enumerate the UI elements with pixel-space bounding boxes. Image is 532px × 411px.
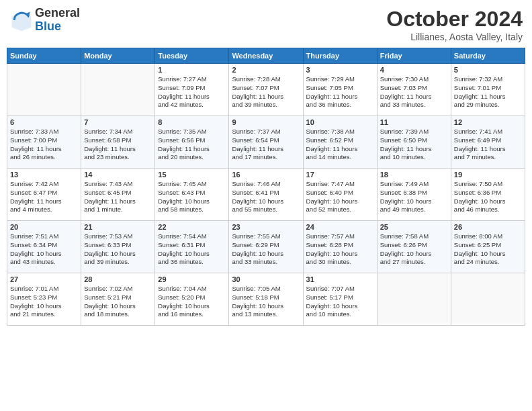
day-detail: Sunrise: 7:50 AM Sunset: 6:36 PM Dayligh… bbox=[454, 180, 522, 214]
day-number: 5 bbox=[454, 66, 522, 74]
calendar-day-cell: 11Sunrise: 7:39 AM Sunset: 6:50 PM Dayli… bbox=[377, 116, 451, 169]
day-detail: Sunrise: 7:29 AM Sunset: 7:05 PM Dayligh… bbox=[306, 75, 374, 109]
day-number: 23 bbox=[232, 223, 300, 231]
calendar-day-cell: 5Sunrise: 7:32 AM Sunset: 7:01 PM Daylig… bbox=[451, 64, 525, 116]
day-detail: Sunrise: 7:57 AM Sunset: 6:28 PM Dayligh… bbox=[306, 232, 374, 267]
day-number: 11 bbox=[380, 118, 448, 126]
calendar-week-row: 1Sunrise: 7:27 AM Sunset: 7:09 PM Daylig… bbox=[7, 64, 525, 116]
calendar-day-cell: 30Sunrise: 7:05 AM Sunset: 5:18 PM Dayli… bbox=[229, 273, 303, 326]
calendar-day-cell bbox=[81, 64, 155, 116]
calendar-day-cell: 14Sunrise: 7:43 AM Sunset: 6:45 PM Dayli… bbox=[81, 169, 155, 221]
day-number: 17 bbox=[306, 171, 374, 179]
day-detail: Sunrise: 7:34 AM Sunset: 6:58 PM Dayligh… bbox=[84, 128, 152, 162]
calendar-day-cell: 12Sunrise: 7:41 AM Sunset: 6:49 PM Dayli… bbox=[451, 116, 525, 169]
calendar-day-cell: 24Sunrise: 7:57 AM Sunset: 6:28 PM Dayli… bbox=[303, 221, 377, 273]
calendar-day-cell: 3Sunrise: 7:29 AM Sunset: 7:05 PM Daylig… bbox=[303, 64, 377, 116]
calendar-day-cell bbox=[451, 273, 525, 326]
calendar-day-cell: 29Sunrise: 7:04 AM Sunset: 5:20 PM Dayli… bbox=[155, 273, 229, 326]
day-detail: Sunrise: 7:58 AM Sunset: 6:26 PM Dayligh… bbox=[380, 232, 448, 267]
day-detail: Sunrise: 7:02 AM Sunset: 5:21 PM Dayligh… bbox=[84, 285, 152, 319]
day-detail: Sunrise: 7:55 AM Sunset: 6:29 PM Dayligh… bbox=[232, 232, 300, 267]
day-number: 10 bbox=[306, 118, 374, 126]
day-number: 21 bbox=[84, 223, 152, 231]
day-detail: Sunrise: 7:45 AM Sunset: 6:43 PM Dayligh… bbox=[158, 180, 226, 214]
calendar-day-cell: 20Sunrise: 7:51 AM Sunset: 6:34 PM Dayli… bbox=[7, 221, 81, 273]
day-number: 24 bbox=[306, 223, 374, 231]
calendar-day-cell: 8Sunrise: 7:35 AM Sunset: 6:56 PM Daylig… bbox=[155, 116, 229, 169]
calendar-day-cell bbox=[377, 273, 451, 326]
month-title: October 2024 bbox=[386, 7, 523, 32]
title-block: October 2024 Lillianes, Aosta Valley, It… bbox=[386, 7, 523, 42]
day-number: 6 bbox=[10, 118, 78, 126]
day-detail: Sunrise: 7:37 AM Sunset: 6:54 PM Dayligh… bbox=[232, 128, 300, 162]
day-detail: Sunrise: 7:33 AM Sunset: 7:00 PM Dayligh… bbox=[10, 128, 78, 162]
day-detail: Sunrise: 7:54 AM Sunset: 6:31 PM Dayligh… bbox=[158, 232, 226, 267]
day-number: 3 bbox=[306, 66, 374, 74]
logo-line2: Blue bbox=[35, 20, 80, 34]
calendar-day-cell: 28Sunrise: 7:02 AM Sunset: 5:21 PM Dayli… bbox=[81, 273, 155, 326]
calendar-week-row: 6Sunrise: 7:33 AM Sunset: 7:00 PM Daylig… bbox=[7, 116, 525, 169]
day-detail: Sunrise: 7:28 AM Sunset: 7:07 PM Dayligh… bbox=[232, 75, 300, 109]
day-detail: Sunrise: 7:27 AM Sunset: 7:09 PM Dayligh… bbox=[158, 75, 226, 109]
calendar-day-cell: 27Sunrise: 7:01 AM Sunset: 5:23 PM Dayli… bbox=[7, 273, 81, 326]
day-detail: Sunrise: 7:35 AM Sunset: 6:56 PM Dayligh… bbox=[158, 128, 226, 162]
day-number: 1 bbox=[158, 66, 226, 74]
logo: General Blue bbox=[9, 7, 80, 34]
day-detail: Sunrise: 7:30 AM Sunset: 7:03 PM Dayligh… bbox=[380, 75, 448, 109]
day-number: 12 bbox=[454, 118, 522, 126]
weekday-header-cell: Thursday bbox=[303, 48, 377, 64]
calendar-day-cell: 31Sunrise: 7:07 AM Sunset: 5:17 PM Dayli… bbox=[303, 273, 377, 326]
day-detail: Sunrise: 7:53 AM Sunset: 6:33 PM Dayligh… bbox=[84, 232, 152, 267]
calendar-day-cell: 23Sunrise: 7:55 AM Sunset: 6:29 PM Dayli… bbox=[229, 221, 303, 273]
day-detail: Sunrise: 7:51 AM Sunset: 6:34 PM Dayligh… bbox=[10, 232, 78, 267]
day-number: 2 bbox=[232, 66, 300, 74]
day-number: 19 bbox=[454, 171, 522, 179]
logo-icon bbox=[9, 8, 34, 32]
calendar-week-row: 13Sunrise: 7:42 AM Sunset: 6:47 PM Dayli… bbox=[7, 169, 525, 221]
calendar-day-cell: 2Sunrise: 7:28 AM Sunset: 7:07 PM Daylig… bbox=[229, 64, 303, 116]
day-number: 27 bbox=[10, 275, 78, 283]
calendar-week-row: 27Sunrise: 7:01 AM Sunset: 5:23 PM Dayli… bbox=[7, 273, 525, 326]
calendar-day-cell: 25Sunrise: 7:58 AM Sunset: 6:26 PM Dayli… bbox=[377, 221, 451, 273]
day-number: 22 bbox=[158, 223, 226, 231]
weekday-header-cell: Monday bbox=[81, 48, 155, 64]
calendar-day-cell bbox=[7, 64, 81, 116]
calendar-day-cell: 18Sunrise: 7:49 AM Sunset: 6:38 PM Dayli… bbox=[377, 169, 451, 221]
calendar-week-row: 20Sunrise: 7:51 AM Sunset: 6:34 PM Dayli… bbox=[7, 221, 525, 273]
weekday-header-row: SundayMondayTuesdayWednesdayThursdayFrid… bbox=[7, 48, 525, 64]
weekday-header-cell: Saturday bbox=[451, 48, 525, 64]
day-number: 31 bbox=[306, 275, 374, 283]
day-detail: Sunrise: 7:07 AM Sunset: 5:17 PM Dayligh… bbox=[306, 285, 374, 319]
day-number: 20 bbox=[10, 223, 78, 231]
day-number: 28 bbox=[84, 275, 152, 283]
calendar-table: SundayMondayTuesdayWednesdayThursdayFrid… bbox=[7, 48, 525, 326]
day-number: 4 bbox=[380, 66, 448, 74]
calendar-day-cell: 6Sunrise: 7:33 AM Sunset: 7:00 PM Daylig… bbox=[7, 116, 81, 169]
day-number: 15 bbox=[158, 171, 226, 179]
calendar-day-cell: 1Sunrise: 7:27 AM Sunset: 7:09 PM Daylig… bbox=[155, 64, 229, 116]
day-detail: Sunrise: 7:42 AM Sunset: 6:47 PM Dayligh… bbox=[10, 180, 78, 214]
day-detail: Sunrise: 7:05 AM Sunset: 5:18 PM Dayligh… bbox=[232, 285, 300, 319]
day-number: 8 bbox=[158, 118, 226, 126]
calendar-day-cell: 19Sunrise: 7:50 AM Sunset: 6:36 PM Dayli… bbox=[451, 169, 525, 221]
day-detail: Sunrise: 7:01 AM Sunset: 5:23 PM Dayligh… bbox=[10, 285, 78, 319]
weekday-header-cell: Sunday bbox=[7, 48, 81, 64]
day-detail: Sunrise: 7:43 AM Sunset: 6:45 PM Dayligh… bbox=[84, 180, 152, 214]
day-detail: Sunrise: 7:39 AM Sunset: 6:50 PM Dayligh… bbox=[380, 128, 448, 162]
day-detail: Sunrise: 7:49 AM Sunset: 6:38 PM Dayligh… bbox=[380, 180, 448, 214]
calendar-day-cell: 9Sunrise: 7:37 AM Sunset: 6:54 PM Daylig… bbox=[229, 116, 303, 169]
day-detail: Sunrise: 7:32 AM Sunset: 7:01 PM Dayligh… bbox=[454, 75, 522, 109]
weekday-header-cell: Wednesday bbox=[229, 48, 303, 64]
day-number: 13 bbox=[10, 171, 78, 179]
day-number: 14 bbox=[84, 171, 152, 179]
logo-line1: General bbox=[35, 7, 80, 20]
weekday-header-cell: Friday bbox=[377, 48, 451, 64]
calendar-day-cell: 7Sunrise: 7:34 AM Sunset: 6:58 PM Daylig… bbox=[81, 116, 155, 169]
day-detail: Sunrise: 7:47 AM Sunset: 6:40 PM Dayligh… bbox=[306, 180, 374, 214]
day-detail: Sunrise: 7:04 AM Sunset: 5:20 PM Dayligh… bbox=[158, 285, 226, 319]
calendar-day-cell: 10Sunrise: 7:38 AM Sunset: 6:52 PM Dayli… bbox=[303, 116, 377, 169]
day-number: 18 bbox=[380, 171, 448, 179]
calendar-body: 1Sunrise: 7:27 AM Sunset: 7:09 PM Daylig… bbox=[7, 64, 525, 326]
calendar-day-cell: 4Sunrise: 7:30 AM Sunset: 7:03 PM Daylig… bbox=[377, 64, 451, 116]
location: Lillianes, Aosta Valley, Italy bbox=[386, 32, 523, 42]
